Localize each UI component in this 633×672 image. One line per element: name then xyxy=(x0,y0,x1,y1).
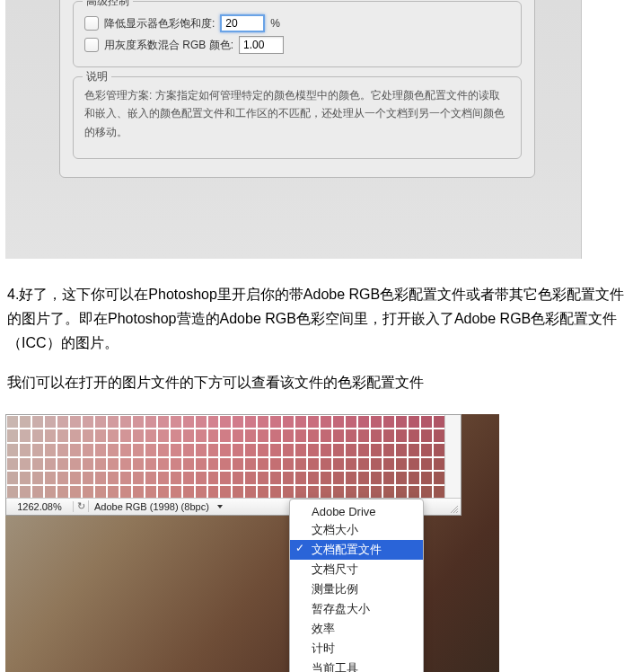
swatch-cell[interactable] xyxy=(232,471,244,485)
swatch-cell[interactable] xyxy=(395,429,408,443)
swatch-cell[interactable] xyxy=(395,471,408,485)
swatch-cell[interactable] xyxy=(6,457,19,472)
swatch-cell[interactable] xyxy=(420,415,433,429)
swatch-cell[interactable] xyxy=(269,429,282,443)
swatch-cell[interactable] xyxy=(132,443,145,457)
swatch-cell[interactable] xyxy=(107,415,119,429)
swatch-cell[interactable] xyxy=(433,457,445,472)
swatch-cell[interactable] xyxy=(119,429,132,443)
swatch-cell[interactable] xyxy=(282,415,295,429)
swatch-cell[interactable] xyxy=(282,443,295,457)
swatch-cell[interactable] xyxy=(420,443,433,457)
swatch-cell[interactable] xyxy=(257,471,269,485)
swatch-cell[interactable] xyxy=(320,429,332,443)
swatch-cell[interactable] xyxy=(282,457,295,472)
swatch-cell[interactable] xyxy=(370,457,382,472)
swatch-cell[interactable] xyxy=(332,457,345,472)
swatch-cell[interactable] xyxy=(370,429,382,443)
refresh-icon[interactable]: ↻ xyxy=(74,500,89,512)
swatch-cell[interactable] xyxy=(69,415,82,429)
swatch-cell[interactable] xyxy=(357,471,370,485)
swatch-cell[interactable] xyxy=(345,471,357,485)
swatch-cell[interactable] xyxy=(57,443,69,457)
swatch-cell[interactable] xyxy=(269,457,282,472)
swatch-cell[interactable] xyxy=(107,471,119,485)
swatch-cell[interactable] xyxy=(370,443,382,457)
menu-item[interactable]: Adobe Drive xyxy=(290,503,423,520)
swatch-cell[interactable] xyxy=(145,429,157,443)
swatch-cell[interactable] xyxy=(132,429,145,443)
status-menu-trigger[interactable] xyxy=(215,503,225,510)
resize-grip-icon[interactable] xyxy=(448,503,459,514)
swatch-cell[interactable] xyxy=(31,443,44,457)
swatch-cell[interactable] xyxy=(307,415,320,429)
swatch-cell[interactable] xyxy=(145,415,157,429)
swatch-cell[interactable] xyxy=(370,415,382,429)
swatch-cell[interactable] xyxy=(244,457,257,472)
swatch-cell[interactable] xyxy=(119,457,132,472)
swatch-cell[interactable] xyxy=(295,429,307,443)
swatch-cell[interactable] xyxy=(269,415,282,429)
desaturate-input[interactable] xyxy=(220,14,265,32)
swatch-cell[interactable] xyxy=(82,429,94,443)
swatch-cell[interactable] xyxy=(307,429,320,443)
swatch-cell[interactable] xyxy=(69,443,82,457)
swatch-cell[interactable] xyxy=(170,443,182,457)
swatch-cell[interactable] xyxy=(6,429,19,443)
swatch-cell[interactable] xyxy=(244,415,257,429)
swatch-cell[interactable] xyxy=(332,415,345,429)
swatch-cell[interactable] xyxy=(295,457,307,472)
blend-gamma-input[interactable] xyxy=(239,36,284,54)
swatch-cell[interactable] xyxy=(244,443,257,457)
swatch-cell[interactable] xyxy=(408,457,420,472)
swatch-cell[interactable] xyxy=(94,471,107,485)
swatch-cell[interactable] xyxy=(94,415,107,429)
swatch-cell[interactable] xyxy=(82,457,94,472)
swatch-cell[interactable] xyxy=(345,415,357,429)
swatch-cell[interactable] xyxy=(6,471,19,485)
swatch-cell[interactable] xyxy=(107,443,119,457)
swatch-cell[interactable] xyxy=(320,415,332,429)
swatch-cell[interactable] xyxy=(19,415,31,429)
swatch-cell[interactable] xyxy=(244,429,257,443)
swatch-cell[interactable] xyxy=(69,429,82,443)
blend-gamma-checkbox[interactable] xyxy=(84,38,99,52)
swatches-scrollbar[interactable] xyxy=(444,415,461,500)
zoom-field[interactable]: 1262.08% xyxy=(6,501,74,512)
swatch-cell[interactable] xyxy=(269,443,282,457)
swatch-cell[interactable] xyxy=(145,443,157,457)
swatch-cell[interactable] xyxy=(31,457,44,472)
swatch-cell[interactable] xyxy=(19,429,31,443)
swatch-cell[interactable] xyxy=(195,415,207,429)
swatch-cell[interactable] xyxy=(232,415,244,429)
menu-item[interactable]: 效率 xyxy=(290,619,423,639)
swatch-cell[interactable] xyxy=(232,443,244,457)
swatch-cell[interactable] xyxy=(132,457,145,472)
swatch-cell[interactable] xyxy=(408,471,420,485)
swatch-cell[interactable] xyxy=(408,429,420,443)
swatch-cell[interactable] xyxy=(6,415,19,429)
swatch-cell[interactable] xyxy=(157,429,170,443)
swatch-cell[interactable] xyxy=(195,471,207,485)
swatch-cell[interactable] xyxy=(57,429,69,443)
swatch-cell[interactable] xyxy=(257,457,269,472)
swatch-cell[interactable] xyxy=(219,415,232,429)
swatch-cell[interactable] xyxy=(44,429,57,443)
swatch-cell[interactable] xyxy=(332,429,345,443)
menu-item[interactable]: 文档大小 xyxy=(290,520,423,540)
swatch-cell[interactable] xyxy=(195,457,207,472)
swatch-cell[interactable] xyxy=(370,471,382,485)
swatch-cell[interactable] xyxy=(395,443,408,457)
swatch-cell[interactable] xyxy=(182,457,195,472)
swatch-cell[interactable] xyxy=(307,443,320,457)
swatch-cell[interactable] xyxy=(157,457,170,472)
swatch-cell[interactable] xyxy=(320,457,332,472)
swatch-cell[interactable] xyxy=(94,457,107,472)
swatch-cell[interactable] xyxy=(232,457,244,472)
swatch-cell[interactable] xyxy=(170,415,182,429)
swatch-cell[interactable] xyxy=(307,457,320,472)
swatch-cell[interactable] xyxy=(295,443,307,457)
swatch-cell[interactable] xyxy=(332,443,345,457)
swatch-cell[interactable] xyxy=(19,471,31,485)
swatch-cell[interactable] xyxy=(295,471,307,485)
